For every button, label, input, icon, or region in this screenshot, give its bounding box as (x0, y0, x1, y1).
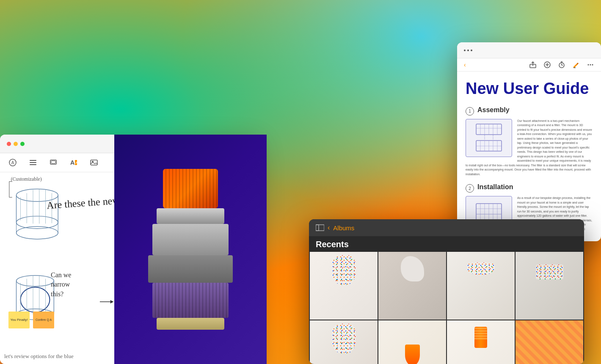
image-icon[interactable] (88, 157, 100, 168)
assembly-content: Our faucet attachment is a two-part mech… (466, 119, 593, 177)
share-icon[interactable] (529, 61, 537, 69)
assembly-illustration (466, 119, 512, 157)
svg-rect-4 (30, 164, 36, 165)
assembly-number: 1 (466, 107, 474, 116)
guide-dot-menu (464, 50, 472, 51)
guide-main-title: New User Guide (466, 80, 593, 98)
albums-button[interactable]: Albums (333, 224, 354, 232)
guide-toolbar: ‹ (457, 58, 601, 72)
svg-rect-2 (30, 160, 36, 161)
svg-rect-10 (91, 160, 97, 165)
dot-1 (464, 50, 466, 51)
layers-icon[interactable] (47, 157, 59, 168)
photos-content: Recents (309, 236, 584, 364)
photo-partial-striped[interactable] (516, 320, 583, 364)
chevron-left-icon: ‹ (464, 61, 466, 68)
svg-point-27 (17, 276, 54, 287)
svg-point-54 (588, 64, 589, 66)
guide-toolbar-icons (529, 61, 594, 69)
installation-header: 2 Installation (466, 183, 593, 193)
photos-nav: ‹ Albums (316, 224, 354, 232)
lines-icon[interactable] (27, 157, 39, 168)
svg-text:A: A (70, 159, 74, 166)
product-top-piece (163, 169, 218, 208)
photos-grid (309, 252, 584, 364)
installation-title: Installation (477, 183, 513, 191)
svg-marker-38 (110, 300, 114, 303)
svg-text:(Customizable): (Customizable) (11, 176, 42, 182)
photos-titlebar: ‹ Albums (309, 219, 584, 236)
product-base-piece (152, 283, 229, 318)
guide-window: ‹ (457, 42, 601, 241)
recents-header: Recents (309, 236, 584, 252)
svg-point-56 (592, 64, 593, 66)
assembly-header: 1 Assembly (466, 106, 593, 116)
sticky-2: Confirm Q A (33, 312, 54, 328)
more-icon[interactable] (587, 61, 594, 69)
svg-text:A: A (11, 160, 14, 165)
recents-title: Recents (316, 240, 349, 249)
photo-orange-cylinder-object[interactable] (447, 320, 515, 364)
sticky-1: You Finally! (8, 312, 30, 328)
minimize-dot[interactable] (14, 142, 18, 146)
svg-rect-83 (316, 225, 324, 231)
product-lower-piece (148, 255, 233, 283)
photo-orange-object-platform[interactable] (378, 320, 446, 364)
svg-point-55 (590, 64, 591, 66)
svg-point-18 (17, 226, 58, 239)
text-a-icon[interactable]: A A (68, 157, 80, 168)
guide-content: New User Guide 1 Assembly (457, 72, 601, 237)
photo-horse-figurine[interactable] (378, 252, 446, 320)
assembly-svg-container (466, 119, 512, 157)
installation-number: 2 (466, 184, 474, 193)
circle-a-icon[interactable]: A (7, 157, 19, 168)
photo-speckled-cup[interactable] (310, 252, 378, 320)
product-3d-object (148, 169, 233, 330)
traffic-lights (7, 142, 25, 146)
dot-2 (467, 50, 469, 51)
dot-3 (471, 50, 472, 51)
assembly-diagram (470, 122, 508, 154)
svg-rect-82 (316, 225, 319, 231)
back-chevron-icon[interactable]: ‹ (328, 224, 330, 232)
product-collar-piece (157, 208, 224, 224)
timer-icon[interactable] (558, 61, 565, 69)
guide-back-button[interactable]: ‹ (464, 61, 466, 68)
svg-point-17 (17, 216, 58, 229)
svg-point-14 (17, 189, 58, 201)
product-foot-piece (157, 318, 224, 330)
guide-section-assembly: 1 Assembly (466, 106, 593, 177)
svg-point-31 (20, 287, 50, 312)
product-section (114, 135, 267, 364)
sticky-notes: You Finally! Confirm Q A (8, 312, 54, 328)
lets-review-text: let's review options for the blue (4, 353, 74, 360)
photo-speckled-brick[interactable] (516, 252, 583, 320)
product-mid-piece (152, 224, 229, 255)
assembly-title: Assembly (477, 106, 510, 114)
fullscreen-dot[interactable] (20, 142, 25, 146)
plus-icon[interactable] (543, 61, 551, 69)
svg-rect-3 (30, 162, 36, 163)
product-background (114, 135, 267, 364)
handwriting-narrow: Can wenarrowthis? (51, 270, 71, 299)
highlight-icon[interactable] (572, 61, 580, 69)
photo-speckled-container2[interactable] (310, 320, 378, 364)
sidebar-toggle-icon[interactable] (316, 224, 324, 231)
guide-titlebar (457, 42, 601, 58)
svg-text:A: A (75, 161, 78, 165)
photos-window: ‹ Albums Recents (309, 219, 584, 364)
close-dot[interactable] (7, 142, 11, 146)
svg-rect-6 (51, 161, 55, 163)
photo-speckled-bowl[interactable] (447, 252, 515, 320)
